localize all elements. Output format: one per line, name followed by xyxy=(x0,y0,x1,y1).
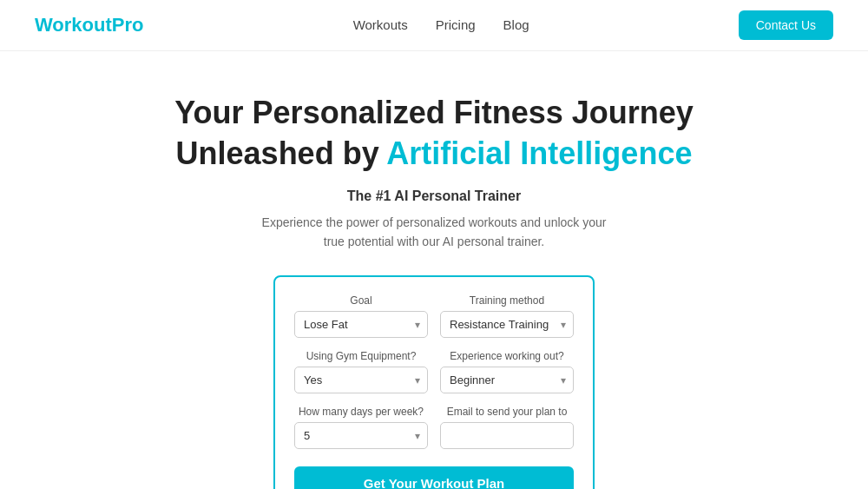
submit-button[interactable]: Get Your Workout Plan xyxy=(294,466,574,489)
experience-select[interactable]: Beginner Intermediate Advanced xyxy=(440,367,574,393)
nav-link-workouts[interactable]: Workouts xyxy=(353,17,408,32)
email-group: Email to send your plan to xyxy=(440,406,574,449)
contact-button[interactable]: Contact Us xyxy=(739,10,833,40)
gym-group: Using Gym Equipment? Yes No xyxy=(294,350,428,393)
hero-description: Experience the power of personalized wor… xyxy=(252,213,616,252)
goal-group: Goal Lose Fat Build Muscle Improve Endur… xyxy=(294,294,428,338)
training-select[interactable]: Resistance Training Cardio HIIT Yoga xyxy=(440,311,574,338)
logo[interactable]: WorkoutPro xyxy=(35,14,144,36)
hero-heading-prefix: Unleashed by xyxy=(176,135,387,171)
form-row-1: Goal Lose Fat Build Muscle Improve Endur… xyxy=(294,294,574,338)
goal-select[interactable]: Lose Fat Build Muscle Improve Endurance … xyxy=(294,311,428,338)
days-select[interactable]: 1234 567 xyxy=(294,422,428,449)
form-row-2: Using Gym Equipment? Yes No Experience w… xyxy=(294,350,574,393)
days-group: How many days per week? 1234 567 xyxy=(294,406,428,449)
training-label: Training method xyxy=(440,294,574,307)
nav-links: Workouts Pricing Blog xyxy=(353,17,529,33)
email-input[interactable] xyxy=(440,422,574,449)
gym-label: Using Gym Equipment? xyxy=(294,350,428,362)
gym-select[interactable]: Yes No xyxy=(294,367,428,393)
hero-section: Your Personalized Fitness Journey Unleas… xyxy=(0,51,868,489)
experience-label: Experience working out? xyxy=(440,350,574,362)
workout-form: Goal Lose Fat Build Muscle Improve Endur… xyxy=(273,275,595,489)
gym-select-wrapper: Yes No xyxy=(294,367,428,393)
hero-heading-line1: Your Personalized Fitness Journey xyxy=(174,95,694,130)
training-group: Training method Resistance Training Card… xyxy=(440,294,574,338)
hero-subtitle: The #1 AI Personal Trainer xyxy=(17,188,851,204)
email-label: Email to send your plan to xyxy=(440,406,574,418)
logo-text-highlight: Pro xyxy=(112,14,144,36)
goal-select-wrapper: Lose Fat Build Muscle Improve Endurance … xyxy=(294,311,428,338)
days-select-wrapper: 1234 567 xyxy=(294,422,428,449)
logo-text-main: Workout xyxy=(35,14,112,36)
goal-label: Goal xyxy=(294,294,428,307)
navbar: WorkoutPro Workouts Pricing Blog Contact… xyxy=(0,0,868,51)
training-select-wrapper: Resistance Training Cardio HIIT Yoga xyxy=(440,311,574,338)
nav-link-blog[interactable]: Blog xyxy=(503,17,529,32)
experience-group: Experience working out? Beginner Interme… xyxy=(440,350,574,393)
days-label: How many days per week? xyxy=(294,406,428,418)
hero-heading-highlight: Artificial Intelligence xyxy=(386,135,692,171)
nav-link-pricing[interactable]: Pricing xyxy=(436,17,476,32)
experience-select-wrapper: Beginner Intermediate Advanced xyxy=(440,367,574,393)
form-row-3: How many days per week? 1234 567 Email t… xyxy=(294,406,574,449)
hero-heading: Your Personalized Fitness Journey Unleas… xyxy=(130,93,738,175)
